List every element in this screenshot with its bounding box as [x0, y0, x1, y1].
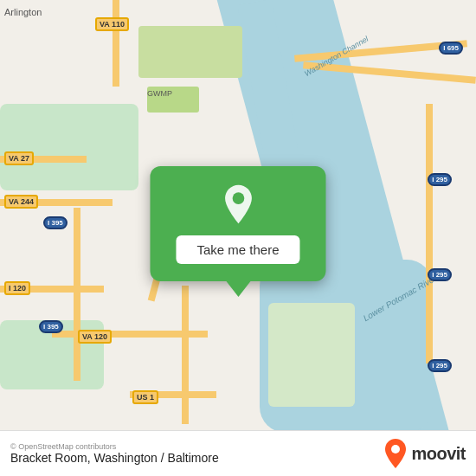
popup-card: Take me there	[150, 166, 325, 281]
va27-label: VA 27	[4, 151, 34, 165]
i295-label-3: I 295	[428, 359, 452, 372]
map-container: Arlington Washington Channel Lower Potom…	[0, 0, 476, 476]
location-title: Bracket Room, Washington / Baltimore	[10, 451, 219, 465]
svg-point-0	[232, 192, 244, 204]
i120-label: I 120	[4, 281, 30, 295]
arlington-label: Arlington	[4, 7, 42, 17]
road-va120	[52, 331, 208, 338]
i295-label-1: I 295	[428, 173, 452, 186]
va120-label: VA 120	[78, 330, 112, 344]
green-area-airport	[268, 303, 355, 407]
i395-label-1: I 395	[43, 216, 68, 229]
i295-label-2: I 295	[428, 268, 452, 281]
road-va110	[113, 0, 119, 87]
va244-label: VA 244	[4, 195, 38, 209]
map-attribution: © OpenStreetMap contributors	[10, 442, 219, 451]
bottom-bar-left: © OpenStreetMap contributors Bracket Roo…	[10, 442, 219, 465]
svg-point-1	[391, 445, 400, 453]
moovit-pin-icon	[383, 438, 408, 469]
i695-label: I 695	[439, 42, 463, 55]
i395-label-2: I 395	[39, 320, 63, 333]
road-i395-vertical	[74, 208, 80, 381]
take-me-there-button[interactable]: Take me there	[176, 235, 299, 264]
green-area-top-left	[0, 104, 138, 190]
va110-label: VA 110	[95, 17, 129, 31]
popup-arrow	[226, 281, 250, 297]
moovit-brand-text: moovit	[411, 444, 466, 464]
location-pin-icon	[217, 183, 259, 225]
green-area-top-center	[138, 26, 242, 78]
location-popup: Take me there	[150, 166, 325, 297]
gwmp-label: GWMP	[147, 89, 172, 98]
bottom-bar: © OpenStreetMap contributors Bracket Roo…	[0, 430, 476, 476]
moovit-logo[interactable]: moovit	[383, 438, 466, 469]
us1-label-2: US 1	[132, 390, 158, 404]
road-us1-lower	[182, 286, 189, 424]
road-i295	[426, 104, 433, 363]
